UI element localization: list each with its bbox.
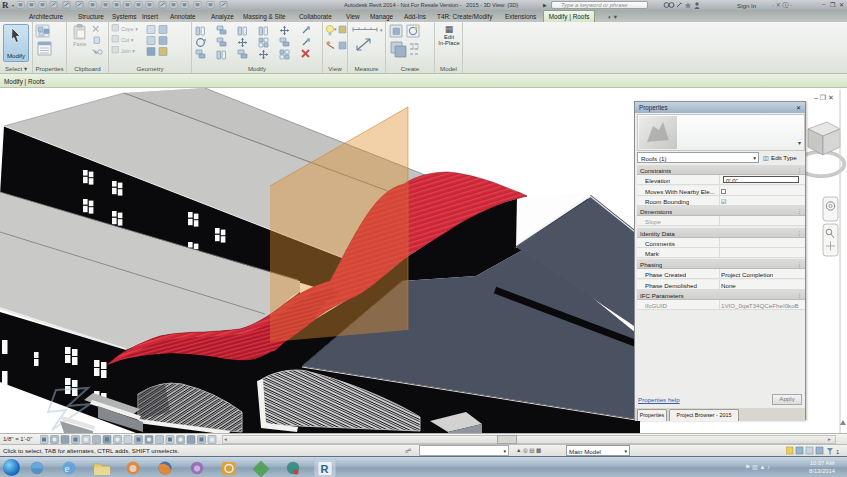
svg-text:Paste: Paste [73,41,87,47]
svg-text:e: e [65,462,70,474]
svg-text:Join ▾: Join ▾ [121,48,135,54]
svg-text:1: 1 [836,449,840,455]
svg-text:Cope ▾: Cope ▾ [121,26,138,32]
svg-text:▾: ▾ [380,27,383,33]
svg-text:▾: ▾ [334,26,337,32]
svg-text:R: R [321,463,329,475]
svg-text:Cut ▾: Cut ▾ [121,37,134,43]
svg-text:– ❐ ✕: – ❐ ✕ [814,94,834,101]
